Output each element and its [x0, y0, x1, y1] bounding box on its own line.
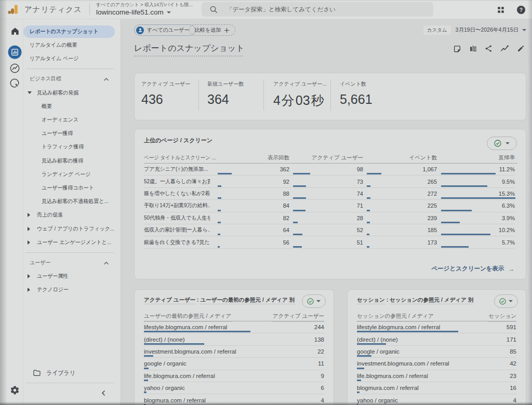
- sidebar-item-parent[interactable]: ユーザー属性: [23, 269, 121, 283]
- advertising-icon[interactable]: [9, 78, 20, 89]
- column-header[interactable]: 表示回数: [214, 154, 289, 164]
- dimension-header[interactable]: セッションの参照元 / メディア: [357, 313, 434, 322]
- data-quality-menu[interactable]: [494, 294, 518, 308]
- value-cell: 85: [510, 348, 516, 355]
- sidebar-item-selected[interactable]: レポートのスナップショット: [23, 25, 115, 38]
- value-bar: [367, 234, 369, 235]
- source-cell: google / organic: [144, 360, 187, 367]
- account-switcher[interactable]: すべてのアカウント > 収入14万!バイトも限... lowincome-lif…: [96, 3, 193, 17]
- sidebar-item-child[interactable]: ランディング ページ: [23, 168, 121, 181]
- dimension-header[interactable]: ユーザーの最初の参照元 / メディア: [144, 313, 231, 322]
- chevron-up-icon[interactable]: [103, 77, 109, 82]
- sidebar-item-parent[interactable]: 売上の促進: [23, 208, 121, 222]
- metric-value: 73: [357, 179, 363, 185]
- sidebar-item-item[interactable]: リアルタイムの概要: [23, 38, 121, 52]
- metric-cell: 6.3%: [437, 200, 515, 211]
- metric-value: 56: [283, 239, 289, 246]
- sidebar-item-section: ビジネス目標: [23, 72, 121, 86]
- value-bar: [367, 222, 370, 223]
- data-quality-menu[interactable]: [487, 137, 517, 150]
- sidebar-item-child[interactable]: 概要: [23, 100, 121, 113]
- chevron-collapsed-icon[interactable]: [28, 274, 30, 278]
- table-row: investment.blogmura.com / referral42: [357, 358, 516, 370]
- share-icon[interactable]: [485, 45, 493, 52]
- value-bar: [293, 234, 302, 235]
- collapse-sidebar-icon[interactable]: [100, 389, 107, 397]
- value-cell: 11: [318, 360, 324, 367]
- chevron-collapsed-icon[interactable]: [28, 288, 30, 292]
- source-cell: investment.blogmura.com / referral: [357, 360, 449, 367]
- audience-chip[interactable]: すべてのユーザー: [134, 24, 195, 36]
- help-icon[interactable]: ?: [516, 5, 526, 15]
- column-header[interactable]: 直帰率: [437, 154, 515, 164]
- metric-header[interactable]: アクティブ ユーザー: [273, 313, 324, 322]
- analytics-logo-icon[interactable]: [7, 4, 19, 15]
- chevron-up-icon[interactable]: [103, 261, 109, 265]
- column-header-label: 表示回数: [268, 154, 289, 164]
- sidebar-item-label: トラフィック獲得: [42, 143, 84, 151]
- value-bar: [441, 173, 496, 174]
- sidebar-item-child[interactable]: トラフィック獲得: [23, 140, 121, 154]
- metric-cell: 362: [214, 164, 289, 175]
- edit-icon[interactable]: [517, 45, 525, 52]
- sidebar-item-item[interactable]: リアルタイム ページ: [23, 52, 121, 65]
- chevron-collapsed-icon[interactable]: [28, 213, 30, 217]
- sidebar-item-child[interactable]: 見込み顧客の不適格処置と...: [23, 195, 121, 208]
- value-bar: [441, 234, 490, 235]
- top-app-bar: アナリティクス すべてのアカウント > 収入14万!バイトも限... lowin…: [0, 0, 532, 19]
- chevron-collapsed-icon[interactable]: [28, 227, 30, 231]
- page-title-cell: 低収入の家計管理|一人暮ら...: [144, 226, 210, 234]
- sidebar-item-child[interactable]: ユーザー獲得: [23, 127, 121, 140]
- sidebar-item-parent[interactable]: ウェブ / アプリのトラフィック...: [23, 222, 121, 235]
- value-cell: 42: [510, 360, 516, 367]
- add-comparison-chip[interactable]: 比較を追加: [189, 24, 235, 36]
- source-cell: yahoo / organic: [357, 397, 398, 403]
- value-bar: [218, 185, 221, 187]
- date-range-picker[interactable]: 3月19日〜2026年4月15日: [456, 26, 518, 34]
- chevron-collapsed-icon[interactable]: [28, 240, 30, 245]
- sidebar-item-parent[interactable]: テクノロジー: [23, 283, 121, 296]
- value-cell: 591: [507, 324, 516, 330]
- metric-value: 3.9%: [502, 215, 515, 221]
- page-title-cell: 銀歯を白く交換できる?見た...: [144, 239, 210, 246]
- metric-value: 6.3%: [502, 203, 515, 209]
- explore-icon[interactable]: [9, 63, 20, 74]
- value-bar: [441, 185, 487, 187]
- metric-header[interactable]: セッション: [488, 313, 516, 322]
- home-icon[interactable]: [10, 26, 20, 36]
- check-circle-icon: [494, 140, 501, 147]
- column-header[interactable]: イベント数: [363, 154, 437, 164]
- sidebar-item-label: テクノロジー: [37, 286, 69, 293]
- reports-icon[interactable]: [8, 45, 22, 59]
- metric-value: 51: [357, 239, 363, 246]
- insights-icon[interactable]: [500, 44, 509, 53]
- column-header[interactable]: アクティブ ユーザー: [289, 154, 363, 164]
- metric-cell: 92: [214, 176, 289, 187]
- table-row: 手取り14万+副業9万の給料...84712256.3%: [144, 200, 515, 212]
- sidebar-item-child[interactable]: ユーザー獲得コホート: [23, 181, 121, 195]
- metric-value: 71: [357, 203, 363, 209]
- sidebar-item-parent[interactable]: 見込み顧客の発掘: [23, 86, 121, 100]
- settings-gear-icon[interactable]: [10, 385, 20, 395]
- value-bar: [441, 197, 515, 199]
- search-input[interactable]: 「データ探索」と検索してみてください: [202, 2, 433, 17]
- comparison-icon[interactable]: [469, 45, 477, 52]
- sidebar-item-child[interactable]: オーディエンス: [23, 113, 121, 127]
- title-underline: [134, 56, 243, 57]
- sidebar-item-library[interactable]: ライブラリ: [28, 366, 77, 380]
- table-row: investment.blogmura.com / referral22: [144, 346, 324, 358]
- value-bar: [441, 222, 460, 223]
- view-pages-link[interactable]: ページとスクリーンを表示→: [431, 265, 514, 273]
- sidebar-item-label: ユーザー: [30, 259, 50, 266]
- data-quality-menu[interactable]: [302, 294, 326, 308]
- sidebar-item-child[interactable]: 見込み顧客の獲得: [23, 154, 121, 168]
- note-icon[interactable]: [453, 45, 461, 53]
- apps-grid-icon[interactable]: [497, 6, 505, 14]
- sidebar-item-parent[interactable]: ユーザー エンゲージメントと...: [23, 236, 121, 249]
- chevron-expanded-icon[interactable]: [28, 91, 32, 94]
- value-bar: [357, 368, 364, 369]
- value-bar: [144, 331, 250, 332]
- source-cell: (direct) / (none): [357, 336, 398, 343]
- column-header[interactable]: ページ タイトルとスクリーン ...: [144, 154, 214, 164]
- sidebar-divider: [25, 252, 114, 253]
